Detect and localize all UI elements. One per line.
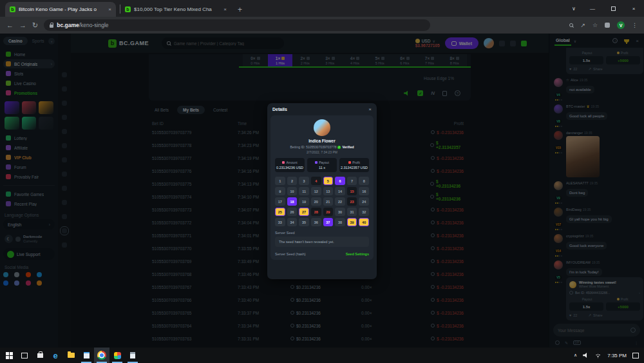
keno-number: 16 (359, 187, 369, 195)
keno-number-hit: 25 (275, 208, 285, 216)
keno-number: 19 (299, 197, 309, 206)
keno-number: 22 (335, 197, 345, 206)
store-icon[interactable] (32, 348, 48, 363)
clock[interactable]: 7:35 PM (607, 353, 627, 358)
stat-box-amount: Amount0.23134236 USD (275, 158, 305, 172)
stat-value: 0.23134236 USD (275, 166, 305, 170)
browser-tab-1[interactable]: b Bitcoin Keno Game - Play Jacks o × (5, 2, 116, 17)
minimize-button[interactable]: — (582, 0, 603, 17)
verified-label: Verified (342, 145, 354, 149)
browser-profile-avatar[interactable]: V (617, 21, 625, 29)
keno-number: 20 (311, 197, 321, 206)
keno-number-drawn: 29 (323, 208, 334, 216)
modal-title: Details (272, 107, 287, 112)
keno-number: 34 (287, 218, 298, 226)
keno-number-drawn: 23 (347, 197, 357, 206)
keno-number: 36 (311, 218, 321, 226)
keno-number: 3 (299, 177, 309, 185)
forward-icon[interactable]: → (19, 21, 26, 29)
bet-datetime: 2/7/2022, 7:34:23 PM (275, 150, 369, 154)
task-view-icon[interactable] (17, 348, 32, 363)
bc-game-favicon: b (10, 6, 15, 12)
stat-value: 11 x (307, 166, 337, 170)
stat-box-payout: Payout11 x (307, 158, 337, 172)
stat-label: Payout (319, 161, 329, 164)
keno-number: 8 (359, 177, 369, 185)
keno-number: 17 (275, 197, 285, 206)
address-bar[interactable]: bc.game/keno-single (44, 19, 430, 31)
browser-menu-icon[interactable]: ⋮ (632, 22, 638, 28)
keno-number: 35 (299, 218, 309, 226)
server-seed-hash-label: Server Seed (hash) (275, 252, 306, 256)
payout-icon (315, 161, 317, 164)
edge-icon[interactable]: e (48, 348, 63, 363)
tray-expand-icon[interactable]: ∧ (574, 353, 577, 358)
browser-tab-2[interactable]: b $10,000 Top Tier Keno Mixed Cha × (120, 2, 231, 17)
taskbar: e ∧ 7:35 PM (0, 348, 644, 363)
keno-number: 26 (287, 208, 298, 216)
chrome-icon[interactable] (94, 348, 109, 363)
share-icon[interactable]: ↗ (580, 22, 585, 28)
calculator-icon[interactable] (125, 348, 140, 363)
keno-number-hit: 40 (359, 218, 369, 226)
browser-tabstrip: b Bitcoin Keno Game - Play Jacks o × b $… (0, 0, 644, 17)
browser-toolbar: ← → ↻ bc.game/keno-single ↗ ☆ V ⋮ (0, 17, 644, 34)
keno-number-hit: 27 (299, 208, 309, 216)
server-seed-label: Server Seed (275, 231, 369, 235)
seed-settings-link[interactable]: Seed Settings (346, 252, 369, 256)
stat-box-profit: Profit2.31342357 USD (339, 158, 369, 172)
keno-number: 30 (335, 208, 345, 216)
keno-number-hit: 39 (347, 218, 357, 226)
volume-icon[interactable] (583, 353, 589, 358)
keno-number-selected: 6 (335, 177, 345, 185)
extensions-icon[interactable] (605, 23, 610, 28)
bet-details-modal: Details × Indica Flower Betting ID: 5105… (267, 103, 377, 279)
verified-icon: ✓ (337, 146, 341, 149)
betting-id: Betting ID: 51055307039703778 (290, 145, 336, 149)
window-controls: ∨ — × (565, 0, 644, 17)
zoom-icon[interactable] (569, 23, 573, 27)
amount-coin-icon (282, 161, 285, 164)
stat-label: Profit (352, 161, 360, 164)
url-text: bc.game/keno-single (57, 22, 108, 28)
tab-title: Bitcoin Keno Game - Play Jacks o (19, 6, 105, 12)
keno-number: 10 (287, 187, 298, 195)
tab-search-icon[interactable]: ∨ (565, 0, 582, 17)
player-avatar (314, 119, 330, 136)
keno-number: 21 (323, 197, 334, 206)
tab-close-icon[interactable]: × (108, 6, 111, 12)
keno-number: 11 (299, 187, 309, 195)
keno-number-drawn: 28 (311, 208, 321, 216)
notepad-icon[interactable] (79, 348, 94, 363)
back-icon[interactable]: ← (6, 21, 14, 29)
network-icon[interactable] (594, 353, 601, 358)
new-tab-button[interactable]: + (238, 5, 242, 14)
stat-label: Amount (286, 161, 297, 164)
bookmark-star-icon[interactable]: ☆ (592, 22, 598, 28)
refresh-icon[interactable]: ↻ (32, 21, 38, 30)
keno-number: 12 (311, 187, 321, 195)
server-seed-value: The seed hasn't been revealed yet. (275, 237, 369, 247)
keno-number: 32 (359, 208, 369, 216)
paint-icon[interactable] (109, 348, 125, 363)
keno-number: 1 (275, 177, 285, 185)
stat-value: 2.31342357 USD (339, 166, 369, 170)
keno-number: 31 (347, 208, 357, 216)
keno-number: 14 (335, 187, 345, 195)
file-explorer-icon[interactable] (63, 348, 79, 363)
close-window-button[interactable]: × (623, 0, 644, 17)
keno-number: 24 (359, 197, 369, 206)
keno-number: 13 (323, 187, 334, 195)
tab-close-icon[interactable]: × (223, 6, 227, 12)
keno-number-selected: 18 (287, 197, 298, 206)
notification-center-icon[interactable] (632, 353, 639, 358)
maximize-button[interactable] (603, 0, 623, 17)
screen: b Bitcoin Keno Game - Play Jacks o × b $… (0, 0, 644, 363)
modal-close-icon[interactable]: × (368, 106, 372, 112)
keno-result-grid: 1234567891011121314151617181920212223242… (275, 177, 369, 226)
profit-icon (348, 161, 351, 164)
player-name: Indica Flower (275, 139, 369, 143)
keno-number: 33 (275, 218, 285, 226)
keno-number-hit: 5 (323, 177, 334, 185)
start-button[interactable] (1, 348, 17, 363)
